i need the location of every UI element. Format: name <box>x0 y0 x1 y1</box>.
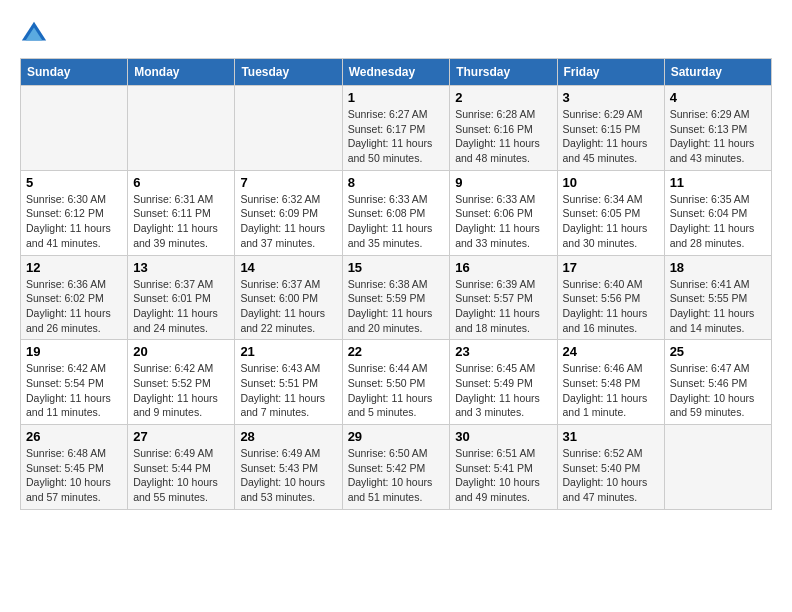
day-cell-15: 15Sunrise: 6:38 AMSunset: 5:59 PMDayligh… <box>342 255 450 340</box>
col-header-friday: Friday <box>557 59 664 86</box>
day-info: Sunrise: 6:37 AMSunset: 6:00 PMDaylight:… <box>240 277 336 336</box>
day-info: Sunrise: 6:27 AMSunset: 6:17 PMDaylight:… <box>348 107 445 166</box>
day-info: Sunrise: 6:44 AMSunset: 5:50 PMDaylight:… <box>348 361 445 420</box>
day-info: Sunrise: 6:48 AMSunset: 5:45 PMDaylight:… <box>26 446 122 505</box>
day-info: Sunrise: 6:49 AMSunset: 5:44 PMDaylight:… <box>133 446 229 505</box>
day-number: 29 <box>348 429 445 444</box>
day-number: 22 <box>348 344 445 359</box>
week-row-3: 12Sunrise: 6:36 AMSunset: 6:02 PMDayligh… <box>21 255 772 340</box>
day-cell-26: 26Sunrise: 6:48 AMSunset: 5:45 PMDayligh… <box>21 425 128 510</box>
day-number: 10 <box>563 175 659 190</box>
day-number: 12 <box>26 260 122 275</box>
day-info: Sunrise: 6:33 AMSunset: 6:08 PMDaylight:… <box>348 192 445 251</box>
day-info: Sunrise: 6:40 AMSunset: 5:56 PMDaylight:… <box>563 277 659 336</box>
empty-cell <box>128 86 235 171</box>
day-cell-19: 19Sunrise: 6:42 AMSunset: 5:54 PMDayligh… <box>21 340 128 425</box>
day-info: Sunrise: 6:37 AMSunset: 6:01 PMDaylight:… <box>133 277 229 336</box>
day-cell-25: 25Sunrise: 6:47 AMSunset: 5:46 PMDayligh… <box>664 340 771 425</box>
day-number: 1 <box>348 90 445 105</box>
calendar-table: SundayMondayTuesdayWednesdayThursdayFrid… <box>20 58 772 510</box>
day-info: Sunrise: 6:42 AMSunset: 5:54 PMDaylight:… <box>26 361 122 420</box>
col-header-tuesday: Tuesday <box>235 59 342 86</box>
day-number: 8 <box>348 175 445 190</box>
day-cell-9: 9Sunrise: 6:33 AMSunset: 6:06 PMDaylight… <box>450 170 557 255</box>
day-cell-30: 30Sunrise: 6:51 AMSunset: 5:41 PMDayligh… <box>450 425 557 510</box>
week-row-4: 19Sunrise: 6:42 AMSunset: 5:54 PMDayligh… <box>21 340 772 425</box>
day-cell-1: 1Sunrise: 6:27 AMSunset: 6:17 PMDaylight… <box>342 86 450 171</box>
day-cell-21: 21Sunrise: 6:43 AMSunset: 5:51 PMDayligh… <box>235 340 342 425</box>
day-cell-24: 24Sunrise: 6:46 AMSunset: 5:48 PMDayligh… <box>557 340 664 425</box>
day-number: 5 <box>26 175 122 190</box>
day-info: Sunrise: 6:31 AMSunset: 6:11 PMDaylight:… <box>133 192 229 251</box>
day-cell-29: 29Sunrise: 6:50 AMSunset: 5:42 PMDayligh… <box>342 425 450 510</box>
day-info: Sunrise: 6:33 AMSunset: 6:06 PMDaylight:… <box>455 192 551 251</box>
page-header <box>20 20 772 48</box>
day-number: 19 <box>26 344 122 359</box>
day-info: Sunrise: 6:32 AMSunset: 6:09 PMDaylight:… <box>240 192 336 251</box>
day-info: Sunrise: 6:45 AMSunset: 5:49 PMDaylight:… <box>455 361 551 420</box>
day-number: 27 <box>133 429 229 444</box>
day-cell-28: 28Sunrise: 6:49 AMSunset: 5:43 PMDayligh… <box>235 425 342 510</box>
day-number: 16 <box>455 260 551 275</box>
day-info: Sunrise: 6:50 AMSunset: 5:42 PMDaylight:… <box>348 446 445 505</box>
day-info: Sunrise: 6:39 AMSunset: 5:57 PMDaylight:… <box>455 277 551 336</box>
day-number: 17 <box>563 260 659 275</box>
day-cell-3: 3Sunrise: 6:29 AMSunset: 6:15 PMDaylight… <box>557 86 664 171</box>
day-info: Sunrise: 6:29 AMSunset: 6:15 PMDaylight:… <box>563 107 659 166</box>
day-number: 15 <box>348 260 445 275</box>
col-header-thursday: Thursday <box>450 59 557 86</box>
logo <box>20 20 52 48</box>
day-info: Sunrise: 6:47 AMSunset: 5:46 PMDaylight:… <box>670 361 766 420</box>
day-cell-2: 2Sunrise: 6:28 AMSunset: 6:16 PMDaylight… <box>450 86 557 171</box>
day-number: 4 <box>670 90 766 105</box>
day-info: Sunrise: 6:36 AMSunset: 6:02 PMDaylight:… <box>26 277 122 336</box>
day-info: Sunrise: 6:29 AMSunset: 6:13 PMDaylight:… <box>670 107 766 166</box>
col-header-monday: Monday <box>128 59 235 86</box>
day-cell-18: 18Sunrise: 6:41 AMSunset: 5:55 PMDayligh… <box>664 255 771 340</box>
day-number: 28 <box>240 429 336 444</box>
day-info: Sunrise: 6:34 AMSunset: 6:05 PMDaylight:… <box>563 192 659 251</box>
day-cell-23: 23Sunrise: 6:45 AMSunset: 5:49 PMDayligh… <box>450 340 557 425</box>
logo-icon <box>20 20 48 48</box>
day-info: Sunrise: 6:52 AMSunset: 5:40 PMDaylight:… <box>563 446 659 505</box>
day-info: Sunrise: 6:28 AMSunset: 6:16 PMDaylight:… <box>455 107 551 166</box>
day-number: 23 <box>455 344 551 359</box>
day-cell-14: 14Sunrise: 6:37 AMSunset: 6:00 PMDayligh… <box>235 255 342 340</box>
day-info: Sunrise: 6:46 AMSunset: 5:48 PMDaylight:… <box>563 361 659 420</box>
day-cell-7: 7Sunrise: 6:32 AMSunset: 6:09 PMDaylight… <box>235 170 342 255</box>
day-info: Sunrise: 6:35 AMSunset: 6:04 PMDaylight:… <box>670 192 766 251</box>
col-header-sunday: Sunday <box>21 59 128 86</box>
day-info: Sunrise: 6:51 AMSunset: 5:41 PMDaylight:… <box>455 446 551 505</box>
day-cell-4: 4Sunrise: 6:29 AMSunset: 6:13 PMDaylight… <box>664 86 771 171</box>
day-cell-6: 6Sunrise: 6:31 AMSunset: 6:11 PMDaylight… <box>128 170 235 255</box>
day-info: Sunrise: 6:42 AMSunset: 5:52 PMDaylight:… <box>133 361 229 420</box>
calendar-header-row: SundayMondayTuesdayWednesdayThursdayFrid… <box>21 59 772 86</box>
day-number: 20 <box>133 344 229 359</box>
day-number: 25 <box>670 344 766 359</box>
empty-cell <box>21 86 128 171</box>
day-cell-10: 10Sunrise: 6:34 AMSunset: 6:05 PMDayligh… <box>557 170 664 255</box>
day-cell-17: 17Sunrise: 6:40 AMSunset: 5:56 PMDayligh… <box>557 255 664 340</box>
col-header-saturday: Saturday <box>664 59 771 86</box>
col-header-wednesday: Wednesday <box>342 59 450 86</box>
week-row-2: 5Sunrise: 6:30 AMSunset: 6:12 PMDaylight… <box>21 170 772 255</box>
week-row-5: 26Sunrise: 6:48 AMSunset: 5:45 PMDayligh… <box>21 425 772 510</box>
empty-cell <box>235 86 342 171</box>
day-cell-8: 8Sunrise: 6:33 AMSunset: 6:08 PMDaylight… <box>342 170 450 255</box>
day-cell-12: 12Sunrise: 6:36 AMSunset: 6:02 PMDayligh… <box>21 255 128 340</box>
day-number: 13 <box>133 260 229 275</box>
day-number: 30 <box>455 429 551 444</box>
day-number: 3 <box>563 90 659 105</box>
day-number: 18 <box>670 260 766 275</box>
day-cell-31: 31Sunrise: 6:52 AMSunset: 5:40 PMDayligh… <box>557 425 664 510</box>
day-info: Sunrise: 6:41 AMSunset: 5:55 PMDaylight:… <box>670 277 766 336</box>
day-number: 2 <box>455 90 551 105</box>
day-number: 24 <box>563 344 659 359</box>
day-info: Sunrise: 6:38 AMSunset: 5:59 PMDaylight:… <box>348 277 445 336</box>
day-number: 21 <box>240 344 336 359</box>
day-cell-20: 20Sunrise: 6:42 AMSunset: 5:52 PMDayligh… <box>128 340 235 425</box>
day-cell-5: 5Sunrise: 6:30 AMSunset: 6:12 PMDaylight… <box>21 170 128 255</box>
day-number: 7 <box>240 175 336 190</box>
empty-cell <box>664 425 771 510</box>
day-number: 9 <box>455 175 551 190</box>
